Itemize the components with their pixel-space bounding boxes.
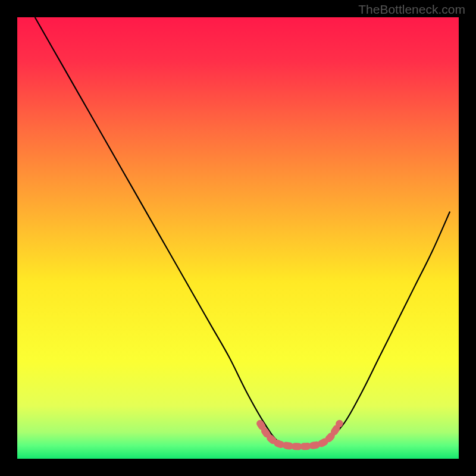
frame-border (459, 0, 476, 476)
optimal-range-marker (17, 17, 459, 459)
chart-plot-area (17, 17, 459, 459)
watermark-text: TheBottleneck.com (358, 2, 465, 17)
frame-border (0, 0, 17, 476)
frame-border (0, 459, 476, 476)
